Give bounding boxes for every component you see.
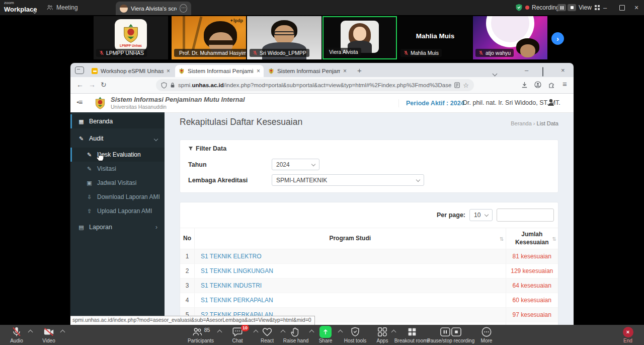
- downloads-icon[interactable]: [521, 81, 528, 90]
- user-name[interactable]: Dr. phil. nat. Ir. Sri Widodo, ST. MT.: [463, 99, 560, 106]
- url-text: spmi.unhas.ac.id/index.php?mod=portal&su…: [178, 82, 451, 88]
- sidebar-item-desk-evaluation[interactable]: ✎ Desk Evaluation: [70, 148, 165, 162]
- per-page-select[interactable]: 10: [469, 209, 493, 221]
- video-tile-atjo-wahyu[interactable]: atjo wahyu: [473, 16, 547, 59]
- minimize-window-button[interactable]: –: [603, 0, 607, 15]
- browser-close-button[interactable]: ×: [561, 66, 565, 74]
- close-tab-icon[interactable]: ×: [167, 67, 170, 75]
- new-tab-button[interactable]: +: [357, 66, 362, 75]
- end-icon: ×: [623, 326, 633, 337]
- program-studi-link[interactable]: S1 TEKNIK ELEKTRO: [195, 249, 506, 264]
- sidebar-toggle-button[interactable]: ◂≡: [76, 99, 83, 106]
- tab-title: Sistem Informasi Penjaminan M: [188, 68, 254, 74]
- mic-off-icon: [253, 50, 258, 55]
- zoom-toolbar: Audio Video 85 Participants 10 Chat Reac: [0, 325, 644, 345]
- video-tile-hasyim[interactable]: ✦lpdp Prof. Dr. Muhammad Hasyim, M...: [172, 16, 246, 59]
- video-tile-viera-alvista[interactable]: Viera Alvista: [323, 16, 397, 59]
- app-title: Sistem Informasi Penjaminan Mutu Interna…: [111, 96, 245, 104]
- file-icon: ▤: [77, 224, 85, 231]
- funnel-icon: [188, 146, 193, 151]
- security-shield-icon[interactable]: [515, 0, 523, 15]
- browser-restore-button[interactable]: [542, 67, 543, 77]
- tab-meeting[interactable]: Meeting: [46, 0, 78, 15]
- browser-tab-spmi-2[interactable]: Sistem Informasi Penjaminan M ×: [265, 65, 350, 77]
- tab-search-icon[interactable]: [75, 66, 84, 74]
- sort-icon[interactable]: ⇅: [552, 235, 556, 242]
- per-page-row: Per page: 10: [180, 209, 554, 222]
- tab-screen-share[interactable]: Viera Alvista's screen ⋯: [116, 2, 191, 15]
- extensions-icon[interactable]: [548, 81, 555, 90]
- stop-recording-button[interactable]: [568, 0, 576, 15]
- reader-mode-icon[interactable]: [454, 82, 460, 88]
- meeting-tab-label: Meeting: [56, 4, 78, 11]
- breadcrumb: Beranda › List Data: [511, 120, 558, 126]
- mic-muted-icon: [11, 326, 22, 337]
- next-participants-button[interactable]: ›: [551, 32, 564, 45]
- address-bar[interactable]: spmi.unhas.ac.id/index.php?mod=portal&su…: [156, 79, 474, 91]
- forward-icon[interactable]: →: [89, 81, 96, 89]
- upload-icon: ⇧: [86, 208, 93, 215]
- screen: zoom Workplace Meeting Viera Alvista's s…: [0, 0, 644, 345]
- participant-name-badge: Sri Widodo_LPMPP: [250, 49, 309, 57]
- sidebar-item-visitasi[interactable]: ✎ Visitasi: [70, 162, 165, 176]
- content-header: Rekapitulasi Daftar Kesesuaian Beranda ›…: [165, 112, 574, 134]
- tab-options-icon[interactable]: ⋯: [180, 4, 187, 13]
- periode-aktif-label[interactable]: Periode Aktif : 2024: [398, 99, 464, 107]
- workspace-chevron-icon[interactable]: [33, 6, 36, 15]
- participant-name: LPMPP UNHAS: [106, 50, 144, 56]
- view-button[interactable]: View: [579, 0, 600, 15]
- video-tile-mahlia-muis[interactable]: Mahlia Muis Mahlia Muis: [398, 16, 472, 59]
- more-button[interactable]: More: [464, 326, 509, 343]
- browser-tab-workshop[interactable]: Workshop eSPMI Unhas 2025 - ×: [88, 65, 174, 77]
- shield-icon: [350, 326, 361, 337]
- browser-window: Workshop eSPMI Unhas 2025 - × Sistem Inf…: [70, 63, 574, 325]
- tahun-select[interactable]: 2024: [272, 159, 319, 170]
- participant-name-badge: atjo wahyu: [475, 49, 514, 57]
- sort-icon[interactable]: ⇅: [500, 235, 504, 242]
- reload-icon[interactable]: ↻: [101, 81, 107, 89]
- hand-icon: [290, 326, 301, 337]
- program-studi-link[interactable]: S1 TEKNIK PERKAPALAN: [195, 293, 506, 308]
- video-tile-sri-widodo[interactable]: Sri Widodo_LPMPP: [247, 16, 321, 59]
- lembaga-label: Lembaga Akreditasi: [188, 177, 272, 184]
- lembaga-select[interactable]: SPMI-LAMTEKNIK: [272, 174, 424, 186]
- column-jumlah-kesesuaian[interactable]: Jumlah Kesesuaian⇅: [506, 228, 558, 249]
- tab-title: Sistem Informasi Penjaminan M: [277, 68, 340, 74]
- table-search-input[interactable]: [497, 209, 554, 222]
- more-label: More: [481, 338, 493, 343]
- people-icon: [46, 4, 53, 11]
- back-icon[interactable]: ←: [76, 81, 84, 89]
- close-tab-icon[interactable]: ×: [343, 67, 347, 75]
- edit-icon: ✎: [86, 152, 93, 158]
- pause-recording-button[interactable]: [557, 0, 566, 15]
- status-bar-url: spmi.unhas.ac.id/index.php?mod=asesor_ev…: [70, 316, 315, 325]
- end-meeting-button[interactable]: × End: [605, 326, 644, 343]
- video-tile-lpmpp-unhas[interactable]: LPMPP Unhas LPMPP UNHAS: [94, 16, 168, 59]
- download-icon: ⇩: [86, 194, 93, 200]
- sidebar-item-laporan[interactable]: ▤ Laporan ›: [70, 220, 165, 234]
- heart-icon: [262, 326, 273, 337]
- close-window-button[interactable]: ×: [634, 0, 638, 15]
- breadcrumb-home[interactable]: Beranda: [511, 120, 532, 126]
- browser-tab-spmi-active[interactable]: Sistem Informasi Penjaminan M ×: [175, 65, 264, 77]
- sidebar-item-jadwal-visitasi[interactable]: ▣ Jadwal Visitasi: [70, 176, 165, 190]
- lpmpp-logo: LPMPP Unhas: [115, 19, 147, 51]
- profile-icon[interactable]: [534, 81, 541, 90]
- program-studi-link[interactable]: S1 TEKNIK LINGKUNGAN: [195, 264, 506, 279]
- sidebar-item-download-laporan[interactable]: ⇩ Download Laporan AMI: [70, 190, 165, 204]
- column-program-studi[interactable]: Program Studi⇅: [195, 228, 506, 249]
- browser-minimize-button[interactable]: –: [525, 66, 528, 74]
- video-button[interactable]: Video: [26, 326, 71, 343]
- sidebar-item-upload-laporan[interactable]: ⇧ Upload Laporan AMI: [70, 204, 165, 218]
- menu-icon[interactable]: ≡: [562, 80, 567, 88]
- bookmark-star-icon[interactable]: ☆: [463, 82, 469, 89]
- sidebar-item-audit[interactable]: ✎ Audit: [70, 131, 165, 146]
- close-tab-icon[interactable]: ×: [257, 67, 260, 75]
- tahun-label: Tahun: [188, 161, 272, 168]
- maximize-window-button[interactable]: [619, 0, 625, 15]
- program-studi-link[interactable]: S1 TEKNIK INDUSTRI: [195, 279, 506, 293]
- sidebar-item-label: Upload Laporan AMI: [97, 208, 152, 215]
- sidebar-item-beranda[interactable]: ▦ Beranda: [70, 114, 165, 128]
- user-icon[interactable]: [547, 99, 554, 108]
- tab-list-chevron-icon[interactable]: [493, 68, 497, 78]
